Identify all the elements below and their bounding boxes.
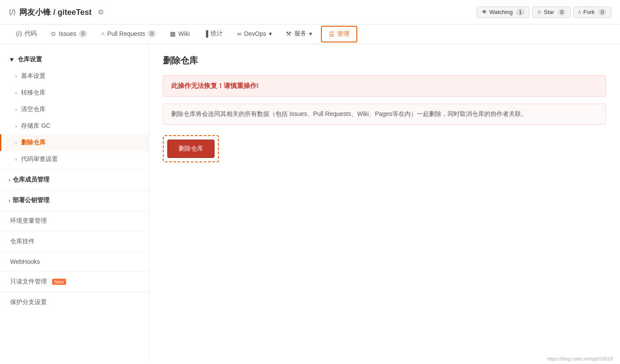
pulls-tab-icon: ⑃	[101, 30, 105, 37]
webhooks-label: WebHooks	[10, 258, 40, 265]
sidebar-item-transfer[interactable]: › 转移仓库	[0, 84, 148, 101]
service-tab-icon: ⚒	[286, 30, 292, 37]
stats-tab-label: 统计	[211, 30, 223, 38]
gc-label: 存储库 GC	[21, 122, 50, 130]
code-tab-icon: ⟨/⟩	[16, 30, 22, 37]
members-label: 仓库成员管理	[13, 176, 49, 184]
basic-chevron-icon: ›	[15, 74, 17, 79]
stats-tab-icon: ▐	[204, 30, 208, 37]
tab-manage[interactable]: ☰ 管理	[321, 26, 357, 42]
code-review-label: 代码审查设置	[21, 155, 58, 163]
sidebar: ▼ 仓库设置 › 基本设置 › 转移仓库 › 清空仓库 › 存储库 GC › 删…	[0, 44, 149, 359]
watching-label: Watching	[489, 9, 513, 15]
issues-tab-icon: ⊙	[51, 30, 56, 37]
sidebar-item-deploy-keys[interactable]: › 部署公钥管理	[0, 192, 148, 209]
tab-stats[interactable]: ▐ 统计	[197, 24, 230, 44]
deploy-keys-label: 部署公钥管理	[13, 196, 49, 204]
star-count: 0	[558, 9, 566, 16]
star-button[interactable]: ☆ Star 0	[532, 7, 571, 18]
alert-danger-text: 此操作无法恢复！请慎重操作!	[171, 82, 259, 89]
sidebar-divider-7	[0, 292, 148, 292]
hooks-mgr-label: 仓库挂件	[10, 238, 35, 245]
wiki-tab-label: Wiki	[178, 30, 190, 37]
sidebar-item-hooks-mgr[interactable]: 仓库挂件	[0, 233, 148, 250]
sidebar-item-protect-branch[interactable]: 保护分支设置	[0, 294, 148, 311]
deploy-keys-chevron-icon: ›	[9, 198, 10, 203]
delete-button-wrapper: 删除仓库	[163, 135, 219, 162]
delete-label: 删除仓库	[21, 139, 46, 147]
nav-tabs: ⟨/⟩ 代码 ⊙ Issues 0 ⑃ Pull Requests 0 ▦ Wi…	[0, 24, 620, 44]
fork-icon: ⑃	[578, 9, 581, 15]
sidebar-item-gc[interactable]: › 存储库 GC	[0, 118, 148, 134]
clear-chevron-icon: ›	[15, 107, 17, 112]
code-icon: ⟨/⟩	[9, 8, 16, 16]
sidebar-section-title: ▼ 仓库设置	[0, 51, 148, 68]
transfer-label: 转移仓库	[21, 89, 46, 97]
repo-settings-icon[interactable]: ⚙	[98, 8, 104, 16]
env-vars-label: 环境变量管理	[10, 217, 47, 225]
repo-owner[interactable]: 网友小锋	[19, 8, 51, 17]
issues-badge: 0	[79, 30, 87, 37]
alert-warning: 删除仓库将会连同其相关的所有数据（包括 Issues、Pull Requests…	[163, 104, 606, 125]
code-review-chevron-icon: ›	[15, 157, 17, 162]
section-chevron-icon: ▼	[9, 56, 15, 63]
tab-code[interactable]: ⟨/⟩ 代码	[9, 24, 44, 44]
new-badge: New	[52, 279, 66, 285]
pulls-badge: 0	[148, 30, 156, 37]
pulls-tab-label: Pull Requests	[107, 30, 145, 37]
sidebar-item-webhooks[interactable]: WebHooks	[0, 254, 148, 270]
sidebar-item-members[interactable]: › 仓库成员管理	[0, 172, 148, 188]
tab-devops[interactable]: ∞ DevOps ▾	[230, 25, 279, 43]
sidebar-item-clear[interactable]: › 清空仓库	[0, 101, 148, 118]
manage-tab-icon: ☰	[329, 31, 335, 38]
sidebar-section-label: 仓库设置	[18, 56, 42, 63]
wiki-tab-icon: ▦	[170, 30, 176, 37]
sidebar-item-code-review[interactable]: › 代码审查设置	[0, 151, 148, 168]
alert-warning-text: 删除仓库将会连同其相关的所有数据（包括 Issues、Pull Requests…	[171, 110, 527, 117]
transfer-chevron-icon: ›	[15, 91, 17, 95]
header: ⟨/⟩ 网友小锋 / giteeTest ⚙ 👁 Watching 1 ☆ St…	[0, 0, 620, 24]
tab-service[interactable]: ⚒ 服务 ▾	[279, 24, 319, 44]
code-tab-label: 代码	[25, 30, 37, 38]
star-icon: ☆	[537, 9, 542, 15]
eye-icon: 👁	[482, 9, 487, 15]
devops-tab-icon: ∞	[237, 30, 241, 37]
service-tab-label: 服务	[294, 30, 306, 38]
manage-tab-label: 管理	[337, 30, 349, 38]
members-chevron-icon: ›	[9, 178, 10, 182]
sidebar-item-readonly[interactable]: 只读文件管理 New	[0, 273, 148, 290]
star-label: Star	[544, 9, 554, 15]
watching-button[interactable]: 👁 Watching 1	[477, 7, 529, 18]
main-layout: ▼ 仓库设置 › 基本设置 › 转移仓库 › 清空仓库 › 存储库 GC › 删…	[0, 44, 620, 359]
fork-count: 0	[598, 9, 606, 16]
sidebar-item-env-vars[interactable]: 环境变量管理	[0, 213, 148, 229]
delete-repo-button[interactable]: 删除仓库	[167, 140, 215, 158]
repo-title: 网友小锋 / giteeTest	[19, 7, 92, 18]
devops-tab-label: DevOps	[244, 30, 266, 37]
fork-label: Fork	[583, 9, 595, 15]
service-chevron-icon: ▾	[309, 30, 312, 37]
sidebar-divider-2	[0, 190, 148, 190]
fork-button[interactable]: ⑃ Fork 0	[573, 7, 611, 18]
tab-issues[interactable]: ⊙ Issues 0	[44, 25, 94, 43]
sidebar-item-basic[interactable]: › 基本设置	[0, 68, 148, 84]
sidebar-divider-3	[0, 210, 148, 211]
issues-tab-label: Issues	[59, 30, 76, 37]
sidebar-divider-6	[0, 271, 148, 272]
protect-branch-label: 保护分支设置	[10, 298, 47, 306]
header-left: ⟨/⟩ 网友小锋 / giteeTest ⚙	[9, 7, 104, 18]
devops-chevron-icon: ▾	[269, 30, 272, 37]
basic-label: 基本设置	[21, 72, 46, 80]
sidebar-divider-5	[0, 252, 148, 252]
sidebar-divider-4	[0, 231, 148, 231]
repo-name[interactable]: giteeTest	[58, 8, 92, 17]
content-area: 删除仓库 此操作无法恢复！请慎重操作! 删除仓库将会连同其相关的所有数据（包括 …	[149, 44, 620, 359]
clear-label: 清空仓库	[21, 105, 46, 113]
readonly-label: 只读文件管理	[10, 278, 47, 286]
header-right: 👁 Watching 1 ☆ Star 0 ⑃ Fork 0	[477, 7, 611, 18]
tab-pulls[interactable]: ⑃ Pull Requests 0	[94, 25, 163, 43]
alert-danger: 此操作无法恢复！请慎重操作!	[163, 75, 606, 97]
footer-url: https://blog.csdn.net/qq010510	[547, 356, 613, 359]
tab-wiki[interactable]: ▦ Wiki	[163, 25, 197, 43]
sidebar-item-delete[interactable]: › 删除仓库	[0, 134, 148, 151]
